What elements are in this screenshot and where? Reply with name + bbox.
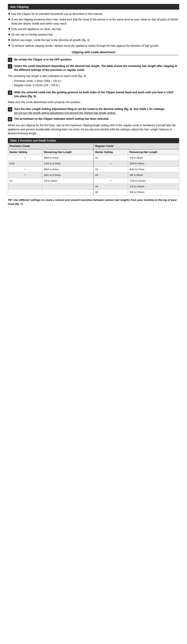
comb-indented: – Precision comb: 1-3mm (3/64 – 1/8 in.)… bbox=[12, 79, 179, 88]
step-5-number: 5 bbox=[8, 117, 12, 121]
list-item: If you are clipping someone else's hair,… bbox=[8, 18, 179, 26]
table-row: #11/8 in./3mm•7/16 in./11mm bbox=[8, 178, 179, 184]
step-4-underline: Do not turn the length setting adjustmen… bbox=[14, 111, 116, 114]
bullet-text: If you are clipping someone else's hair,… bbox=[11, 18, 179, 26]
regular-barber-cell: #3 bbox=[93, 172, 128, 178]
bullet-icon bbox=[8, 44, 10, 46]
step-2-bold: Select the comb attachment depending on … bbox=[14, 64, 177, 72]
table-title-bar: Table 1 Precision and Small Combs bbox=[8, 138, 179, 143]
regular-barber-cell: #1 bbox=[93, 155, 128, 161]
step-2-note: The remaining hair length is also indica… bbox=[8, 74, 179, 88]
step-1-content: Be certain the Clipper is in the OFF pos… bbox=[14, 58, 179, 62]
precision-remaining-cell: 3/64 in./1mm bbox=[42, 155, 93, 161]
precision-barber-cell: • bbox=[8, 155, 42, 161]
regular-remaining-cell: 7/16 in./11mm bbox=[128, 178, 179, 184]
precision-remaining-cell: 3/32 in./2.5mm bbox=[42, 172, 93, 178]
section-header-title: Hair Clipping bbox=[10, 5, 28, 8]
regular-barber-cell: • bbox=[93, 161, 128, 166]
list-item: Do not use on freshly washed hair. bbox=[8, 32, 179, 36]
step-3-bold: Slide the selected comb into the guiding… bbox=[14, 91, 174, 98]
regular-barber-cell: #4 bbox=[93, 184, 128, 190]
table-row: •5/64 in./2mm#29/32 in./7mm bbox=[8, 166, 179, 172]
bullet-text: Only use the appliance on clean, dry hai… bbox=[11, 27, 62, 31]
regular-remaining-cell: 1/8 in./3mm bbox=[128, 155, 179, 161]
precision-comb-header: Precision Comb bbox=[8, 143, 93, 149]
regular-barber-header: Barber Setting bbox=[93, 149, 128, 155]
precision-remaining-header: Remaining Hair Length bbox=[42, 149, 93, 155]
section-header: Hair Clipping bbox=[8, 4, 179, 10]
step-5-bold: The arrowhead on the Clipper indicates w… bbox=[14, 117, 109, 120]
regular-remaining-cell: 9/32 in./7mm bbox=[128, 166, 179, 172]
divider bbox=[8, 55, 179, 55]
step-5: 5 The arrowhead on the Clipper indicates… bbox=[8, 117, 179, 121]
step-3-content: Slide the selected comb into the guiding… bbox=[14, 90, 179, 98]
table-row: #1/21/16 in./1.5mm•3/16 in./5mm bbox=[8, 161, 179, 166]
step-4: 4 Turn the Hair Length Setting Adjustmen… bbox=[8, 107, 179, 115]
bullet-text: Use this Clipper for its intended househ… bbox=[11, 12, 103, 16]
table-row: #41/2 in./13mm bbox=[8, 184, 179, 190]
step-1: 1 Be certain the Clipper is in the OFF p… bbox=[8, 58, 179, 62]
table-row: •3/32 in./2.5mm#33/8 in./9mm bbox=[8, 172, 179, 178]
comb-table: Precision Comb Regular Comb Barber Setti… bbox=[8, 143, 179, 195]
regular-comb-header: Regular Comb bbox=[93, 143, 179, 149]
bullet-icon bbox=[8, 18, 10, 20]
precision-barber-cell: #1 bbox=[8, 178, 42, 184]
bullet-text: Do not use on freshly washed hair. bbox=[11, 32, 53, 36]
step-3-number: 3 bbox=[8, 90, 12, 95]
step-3: 3 Slide the selected comb into the guidi… bbox=[8, 90, 179, 98]
list-item: Only use the appliance on clean, dry hai… bbox=[8, 27, 179, 31]
regular-line: – Regular comb: 3-15mm (1/8 – 5/8 in.) bbox=[12, 83, 179, 87]
bullet-list: Use this Clipper for its intended househ… bbox=[8, 12, 179, 48]
regular-remaining-cell: 5/8 in./15mm bbox=[128, 190, 179, 195]
step-4-content: Turn the Hair Length Setting Adjustment … bbox=[14, 107, 179, 115]
precision-barber-cell: • bbox=[8, 166, 42, 172]
step-2: 2 Select the comb attachment depending o… bbox=[8, 64, 179, 72]
table-body: •3/64 in./1mm#11/8 in./3mm#1/21/16 in./1… bbox=[8, 155, 179, 195]
step-2-content: Select the comb attachment depending on … bbox=[14, 64, 179, 72]
bullet-icon bbox=[8, 34, 10, 35]
step-2-number: 2 bbox=[8, 64, 12, 68]
precision-barber-cell: #1/2 bbox=[8, 161, 42, 166]
precision-remaining-cell bbox=[42, 190, 93, 195]
precision-remaining-cell: 1/8 in./3mm bbox=[42, 178, 93, 184]
precision-remaining-cell bbox=[42, 184, 93, 190]
step-1-bold: Be certain the Clipper is in the OFF pos… bbox=[14, 58, 72, 61]
step-5-content: The arrowhead on the Clipper indicates w… bbox=[14, 117, 179, 121]
regular-barber-cell: #5 bbox=[93, 190, 128, 195]
regular-barber-cell: #2 bbox=[93, 166, 128, 172]
tip-text: TIP: Use different settings to create a … bbox=[8, 198, 179, 206]
page: Hair Clipping Use this Clipper for its i… bbox=[0, 0, 187, 212]
bullet-icon bbox=[8, 39, 10, 41]
bullet-icon bbox=[8, 28, 10, 30]
table-row: #55/8 in./15mm bbox=[8, 190, 179, 195]
regular-barber-cell: • bbox=[93, 178, 128, 184]
bullet-text: To achieve optimal clipping results, alw… bbox=[11, 44, 159, 48]
step-4-number: 4 bbox=[8, 107, 12, 112]
precision-barber-header: Barber Setting bbox=[8, 149, 42, 155]
list-item: Use this Clipper for its intended househ… bbox=[8, 12, 179, 16]
precision-barber-cell: • bbox=[8, 172, 42, 178]
step-5-note: When you are clipping for the first time… bbox=[8, 123, 179, 135]
regular-remaining-header: Remaining Hair Length bbox=[128, 149, 179, 155]
regular-remaining-cell: 3/16 in./5mm bbox=[128, 161, 179, 166]
bullet-text: Before you begin, comb the hair in the d… bbox=[11, 38, 90, 42]
table-wrapper: Table 1 Precision and Small Combs Precis… bbox=[8, 138, 179, 195]
step-4-bold: Turn the Hair Length Setting Adjustment … bbox=[14, 108, 165, 110]
bullet-icon bbox=[8, 13, 10, 15]
step-3-note: Make sure the comb attachment locks prop… bbox=[8, 100, 179, 104]
table-row: •3/64 in./1mm#11/8 in./3mm bbox=[8, 155, 179, 161]
precision-line: – Precision comb: 1-3mm (3/64 – 1/8 in.) bbox=[12, 79, 179, 83]
list-item: To achieve optimal clipping results, alw… bbox=[8, 44, 179, 48]
precision-barber-cell bbox=[8, 184, 42, 190]
subsection-title: Clipping with comb attachment bbox=[8, 50, 179, 54]
precision-barber-cell bbox=[8, 190, 42, 195]
list-item: Before you begin, comb the hair in the d… bbox=[8, 38, 179, 42]
regular-remaining-cell: 1/2 in./13mm bbox=[128, 184, 179, 190]
regular-remaining-cell: 3/8 in./9mm bbox=[128, 172, 179, 178]
precision-remaining-cell: 1/16 in./1.5mm bbox=[42, 161, 93, 166]
precision-remaining-cell: 5/64 in./2mm bbox=[42, 166, 93, 172]
step-1-number: 1 bbox=[8, 58, 12, 62]
